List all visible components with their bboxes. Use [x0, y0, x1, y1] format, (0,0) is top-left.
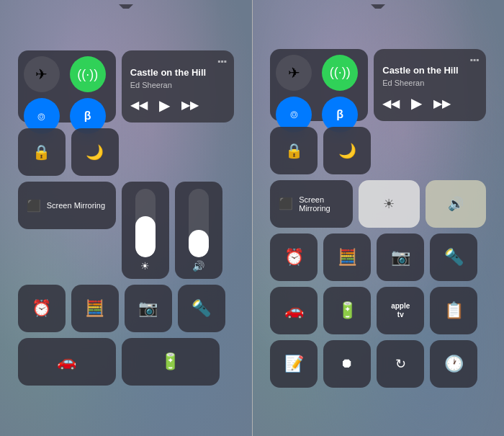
right-screen-mirroring-label: Screen Mirroring — [299, 195, 344, 213]
left-row-4: ⏰ 🧮 📷 🔦 — [18, 285, 234, 332]
right-lock-rotation-tile[interactable]: 🔒 — [270, 127, 318, 174]
battery-tile[interactable]: 🔋 — [122, 338, 220, 386]
brightness-track — [135, 189, 156, 257]
right-airplane-icon: ✈ — [288, 64, 300, 81]
right-row-2: 🔒 🌙 — [270, 127, 486, 174]
right-airplane-btn[interactable]: ✈ — [276, 55, 312, 91]
alarm-icon: ⏰ — [32, 299, 51, 318]
right-play-button[interactable]: ▶ — [411, 94, 422, 112]
music-controls: ◀◀ ▶ ▶▶ — [130, 97, 199, 114]
airplane-icon: ✈ — [35, 66, 48, 83]
screen-mirroring-tile[interactable]: ⬛ Screen Mirroring — [18, 182, 116, 229]
right-notes-icon: 📝 — [284, 355, 304, 373]
right-flashlight-tile[interactable]: 🔦 — [430, 233, 477, 281]
right-connectivity-tile[interactable]: ✈ ((·)) ⌾ β — [270, 49, 368, 121]
right-clock-icon: 🕐 — [444, 355, 464, 373]
right-battery-icon: 🔋 — [338, 301, 357, 320]
dnd-icon: 🌙 — [86, 143, 104, 161]
camera-tile[interactable]: 📷 — [125, 285, 172, 332]
right-volume-icon: 🔊 — [448, 196, 464, 212]
screen-mirroring-icon: ⬛ — [27, 199, 41, 213]
dnd-tile[interactable]: 🌙 — [71, 128, 119, 176]
music-artist: Ed Sheeran — [130, 81, 172, 89]
right-refresh-icon: ↻ — [395, 356, 406, 372]
left-row-1: ✈ ((·)) ⌾ β ▪▪▪ Castle on the Hill Ed Sh… — [18, 50, 234, 123]
music-signal-icon: ▪▪▪ — [217, 56, 227, 66]
airplane-btn[interactable]: ✈ — [24, 56, 60, 92]
play-button[interactable]: ▶ — [159, 97, 170, 114]
right-dnd-icon: 🌙 — [338, 142, 356, 159]
right-camera-icon: 📷 — [391, 248, 410, 267]
right-row-5: 🚗 🔋 appletv 📋 — [270, 287, 486, 334]
right-battery-tile[interactable]: 🔋 — [323, 287, 371, 334]
right-wifi-icon: ⌾ — [290, 107, 298, 122]
left-row-3: ⬛ Screen Mirroring ☀ 🔊 — [18, 182, 234, 279]
carplay-tile[interactable]: 🚗 — [18, 338, 116, 386]
right-appletv-icon: appletv — [391, 302, 410, 319]
spacer — [125, 128, 222, 176]
right-music-signal-icon: ▪▪▪ — [469, 55, 479, 65]
left-row-2: 🔒 🌙 — [18, 128, 234, 176]
right-card-icon: 📋 — [444, 301, 464, 320]
right-calculator-tile[interactable]: 🧮 — [323, 233, 371, 281]
left-control-center: ✈ ((·)) ⌾ β ▪▪▪ Castle on the Hill Ed Sh… — [18, 36, 234, 400]
right-brightness-icon: ☀ — [383, 196, 395, 212]
right-carplay-tile[interactable]: 🚗 — [270, 287, 318, 334]
next-button[interactable]: ▶▶ — [181, 98, 199, 112]
prev-button[interactable]: ◀◀ — [130, 98, 148, 112]
right-music-artist: Ed Sheeran — [382, 79, 424, 87]
right-row-6: 📝 ⏺ ↻ 🕐 — [270, 340, 486, 388]
right-row-4: ⏰ 🧮 📷 🔦 — [270, 233, 486, 281]
wifi-icon: ⌾ — [37, 109, 45, 124]
camera-icon: 📷 — [138, 299, 158, 318]
carplay-icon: 🚗 — [57, 352, 76, 371]
right-volume-tile[interactable]: 🔊 — [426, 180, 487, 228]
right-music-controls: ◀◀ ▶ ▶▶ — [382, 94, 451, 112]
right-flashlight-icon: 🔦 — [444, 248, 464, 267]
right-refresh-tile[interactable]: ↻ — [377, 340, 424, 388]
right-record-tile[interactable]: ⏺ — [323, 340, 371, 388]
volume-track — [189, 189, 209, 257]
right-prev-button[interactable]: ◀◀ — [382, 97, 400, 110]
right-row-3: ⬛ Screen Mirroring ☀ 🔊 — [270, 180, 486, 228]
right-brightness-tile[interactable]: ☀ — [359, 180, 420, 228]
right-camera-tile[interactable]: 📷 — [377, 233, 424, 281]
right-control-center: ✈ ((·)) ⌾ β ▪▪▪ Castle on the Hill Ed Sh… — [270, 35, 486, 402]
right-next-button[interactable]: ▶▶ — [433, 97, 451, 110]
right-music-tile[interactable]: ▪▪▪ Castle on the Hill Ed Sheeran ◀◀ ▶ ▶… — [374, 49, 486, 121]
brightness-slider-tile[interactable]: ☀ — [122, 182, 169, 279]
left-phone-panel: ✈ ((·)) ⌾ β ▪▪▪ Castle on the Hill Ed Sh… — [0, 0, 252, 436]
right-notch — [371, 4, 385, 9]
flashlight-icon: 🔦 — [192, 299, 211, 318]
right-bluetooth-icon: β — [336, 108, 343, 121]
volume-fill — [189, 230, 209, 257]
cellular-btn[interactable]: ((·)) — [70, 56, 106, 92]
brightness-icon: ☀ — [140, 260, 150, 272]
left-connectivity-tile[interactable]: ✈ ((·)) ⌾ β — [18, 50, 116, 123]
cellular-icon: ((·)) — [77, 67, 98, 82]
right-screen-mirroring-tile[interactable]: ⬛ Screen Mirroring — [270, 180, 353, 228]
right-cellular-icon: ((·)) — [330, 65, 351, 80]
right-notes-tile[interactable]: 📝 — [270, 340, 318, 388]
left-music-tile[interactable]: ▪▪▪ Castle on the Hill Ed Sheeran ◀◀ ▶ ▶… — [122, 50, 234, 123]
right-cellular-btn[interactable]: ((·)) — [322, 55, 358, 91]
volume-slider-tile[interactable]: 🔊 — [175, 182, 222, 279]
right-row-1: ✈ ((·)) ⌾ β ▪▪▪ Castle on the Hill Ed Sh… — [270, 49, 486, 121]
left-row-5: 🚗 🔋 — [18, 338, 234, 386]
right-phone-panel: ✈ ((·)) ⌾ β ▪▪▪ Castle on the Hill Ed Sh… — [253, 0, 505, 436]
right-alarm-tile[interactable]: ⏰ — [270, 233, 318, 281]
right-appletv-tile[interactable]: appletv — [377, 287, 424, 334]
flashlight-tile[interactable]: 🔦 — [178, 285, 225, 332]
brightness-fill — [135, 216, 156, 257]
right-music-title: Castle on the Hill — [382, 65, 458, 76]
lock-rotation-tile[interactable]: 🔒 — [18, 128, 66, 176]
calculator-tile[interactable]: 🧮 — [71, 285, 119, 332]
right-dnd-tile[interactable]: 🌙 — [323, 127, 371, 174]
right-lock-rotation-icon: 🔒 — [285, 142, 303, 159]
right-calculator-icon: 🧮 — [338, 248, 357, 267]
right-card-tile[interactable]: 📋 — [430, 287, 477, 334]
right-alarm-icon: ⏰ — [284, 248, 304, 267]
music-title: Castle on the Hill — [130, 67, 206, 78]
right-clock-tile[interactable]: 🕐 — [430, 340, 477, 388]
alarm-tile[interactable]: ⏰ — [18, 285, 66, 332]
